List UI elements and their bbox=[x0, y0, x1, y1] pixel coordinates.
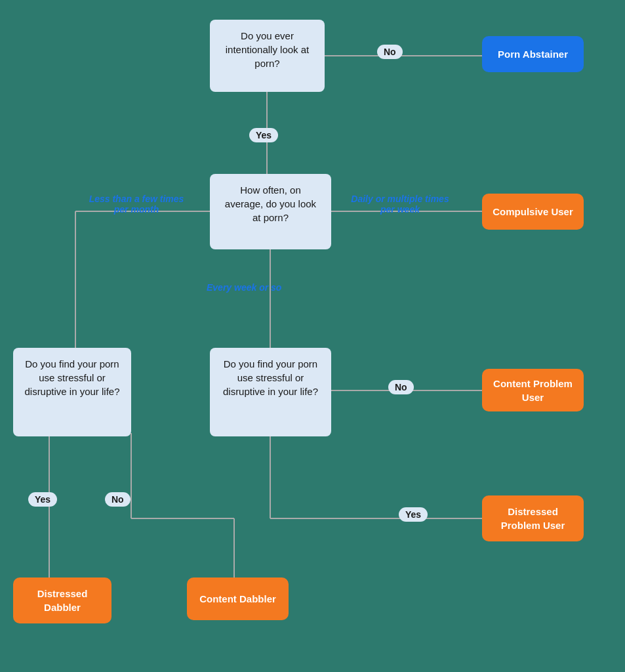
question-3-right: Do you find your porn use stressful or d… bbox=[210, 348, 331, 436]
label-less-than: Less than a few times per month bbox=[84, 194, 189, 215]
result-distressed-problem-user: Distressed Problem User bbox=[482, 495, 584, 541]
label-yes-left: Yes bbox=[28, 492, 57, 507]
question-1: Do you ever intentionally look at porn? bbox=[210, 20, 325, 92]
question-2: How often, on average, do you look at po… bbox=[210, 174, 331, 249]
label-no-top: No bbox=[377, 45, 403, 59]
connectors bbox=[0, 0, 625, 672]
label-no-left: No bbox=[105, 492, 131, 507]
result-porn-abstainer: Porn Abstainer bbox=[482, 36, 584, 72]
label-yes-top: Yes bbox=[249, 128, 278, 142]
label-no-right-mid: No bbox=[388, 380, 414, 394]
result-compulsive-user: Compulsive User bbox=[482, 194, 584, 230]
result-distressed-dabbler: Distressed Dabbler bbox=[13, 578, 111, 623]
label-yes-bottom-right: Yes bbox=[399, 507, 428, 522]
flowchart: Do you ever intentionally look at porn? … bbox=[0, 0, 625, 672]
label-every-week: Every week or so bbox=[207, 282, 281, 293]
question-3-left: Do you find your porn use stressful or d… bbox=[13, 348, 131, 436]
result-content-problem-user: Content Problem User bbox=[482, 369, 584, 411]
label-daily: Daily or multiple times per week bbox=[348, 194, 453, 215]
result-content-dabbler: Content Dabbler bbox=[187, 578, 289, 620]
